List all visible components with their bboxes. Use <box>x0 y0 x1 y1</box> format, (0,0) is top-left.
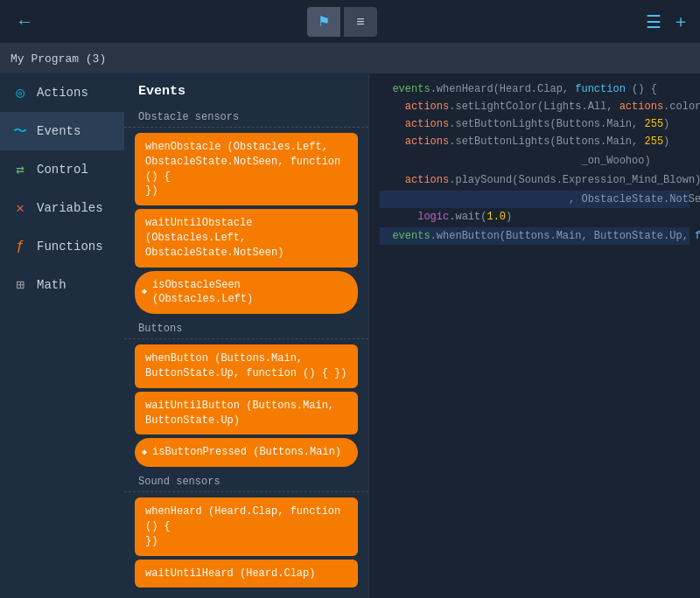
code-line-6: _on_Woohoo) <box>380 152 690 170</box>
top-bar-center: ⚑ ≡ <box>307 7 377 37</box>
popup-title: Events <box>124 80 368 106</box>
sidebar-label-math: Math <box>37 278 66 292</box>
sidebar-item-math[interactable]: ⊞ Math <box>0 266 124 304</box>
top-bar: ← ⚑ ≡ ☰ ＋ <box>0 0 700 44</box>
waitUntilObstacle-block[interactable]: waitUntilObstacle (Obstacles.Left,Obstac… <box>135 209 358 267</box>
isObstacleSeen-block[interactable]: isObstacleSeen (Obstacles.Left) <box>135 271 358 315</box>
program-title: My Program (3) <box>10 52 106 66</box>
code-line-2: actions.setLightColor(Lights.All, action… <box>380 98 690 115</box>
sidebar-item-control[interactable]: ⇄ Control <box>0 150 124 189</box>
sidebar-label-events: Events <box>37 124 80 138</box>
buttons-header: Buttons <box>124 317 368 339</box>
sidebar-item-variables[interactable]: ✕ Variables <box>0 189 124 227</box>
code-line-15 <box>380 247 690 248</box>
back-button[interactable]: ← <box>10 8 38 36</box>
code-line-4: actions.setButtonLights(Buttons.Main, 25… <box>380 133 690 150</box>
sidebar-label-variables: Variables <box>37 201 103 215</box>
events-popup-panel: Events Obstacle sensors whenObstacle (Ob… <box>124 73 369 598</box>
code-line-8: actions.playSound(Sounds.Expression_Mind… <box>380 171 690 189</box>
whenHeard-block[interactable]: whenHeard (Heard.Clap, function () {}) <box>135 497 358 555</box>
whenButton-block[interactable]: whenButton (Buttons.Main,ButtonState.Up,… <box>135 344 358 388</box>
sidebar-label-functions: Functions <box>37 240 103 254</box>
sidebar-label-control: Control <box>37 163 88 177</box>
math-icon: ⊞ <box>10 275 30 295</box>
sidebar-item-events[interactable]: 〜 Events <box>0 112 124 150</box>
obstacle-sensors-header: Obstacle sensors <box>124 106 368 128</box>
code-line-10: , ObstacleState.NotSeen, function () { <box>380 191 690 208</box>
radio-icon: ◎ <box>10 83 30 102</box>
code-line-3: actions.setButtonLights(Buttons.Main, 25… <box>380 115 690 133</box>
wave-icon: 〜 <box>10 122 30 141</box>
sidebar-item-functions[interactable]: ƒ Functions <box>0 227 124 266</box>
blocks-tab-button[interactable]: ⚑ <box>307 7 340 37</box>
sidebar-label-actions: Actions <box>37 86 88 100</box>
shuffle-icon: ⇄ <box>10 160 30 179</box>
main-layout: ◎ Actions 〜 Events ⇄ Control ✕ Variables… <box>0 73 700 598</box>
content-area: Events Obstacle sensors whenObstacle (Ob… <box>124 73 700 598</box>
isButtonPressed-block[interactable]: isButtonPressed (Buttons.Main) <box>135 438 358 467</box>
code-editor[interactable]: events.whenHeard(Heard.Clap, function ()… <box>369 73 700 598</box>
top-bar-left: ← <box>10 8 38 36</box>
add-button[interactable]: ＋ <box>672 10 690 33</box>
functions-icon: ƒ <box>10 237 30 256</box>
sound-sensors-header: Sound sensors <box>124 470 368 492</box>
sidebar-item-actions[interactable]: ◎ Actions <box>0 73 124 112</box>
code-line-13: events.whenButton(Buttons.Main, ButtonSt… <box>380 227 690 245</box>
waitUntilButton-block[interactable]: waitUntilButton (Buttons.Main,ButtonStat… <box>135 392 358 435</box>
whenObstacle-block[interactable]: whenObstacle (Obstacles.Left,ObstacleSta… <box>135 133 358 205</box>
code-line-1: events.whenHeard(Heard.Clap, function ()… <box>380 80 690 98</box>
top-bar-right: ☰ ＋ <box>646 10 690 33</box>
code-tab-button[interactable]: ≡ <box>344 7 377 37</box>
code-line-11: logic.wait(1.0) <box>380 208 690 226</box>
sidebar: ◎ Actions 〜 Events ⇄ Control ✕ Variables… <box>0 73 124 598</box>
variables-icon: ✕ <box>10 198 30 218</box>
menu-button[interactable]: ☰ <box>646 11 662 32</box>
program-bar: My Program (3) <box>0 44 700 73</box>
waitUntilHeard-block[interactable]: waitUntilHeard (Heard.Clap) <box>135 560 358 588</box>
